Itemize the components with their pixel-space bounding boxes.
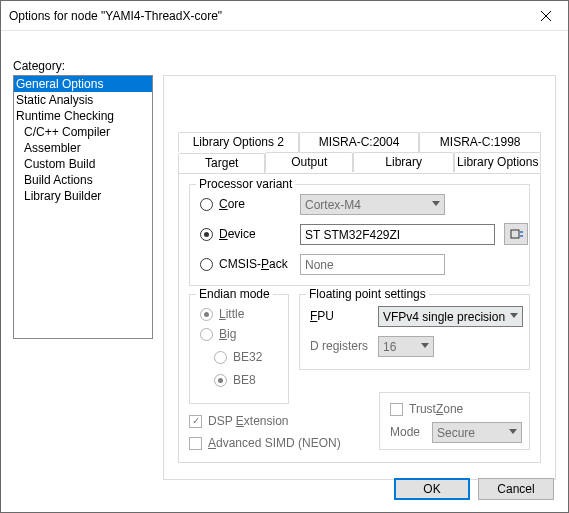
checkbox-trustzone: ✓ xyxy=(390,403,403,416)
row-simd: ✓ Advanced SIMD (NEON) xyxy=(189,436,341,450)
combo-mode-value: Secure xyxy=(437,426,475,440)
titlebar: Options for node "YAMI4-ThreadX-core" xyxy=(1,1,568,31)
category-item[interactable]: Runtime Checking xyxy=(14,108,152,124)
combo-mode: Secure xyxy=(432,422,522,443)
group-floating-point: Floating point settings FPU VFPv4 single… xyxy=(299,294,530,370)
radio-be8 xyxy=(214,374,227,387)
group-processor-variant: Processor variant Core Cortex-M4 Device xyxy=(189,184,530,286)
window-title: Options for node "YAMI4-ThreadX-core" xyxy=(9,9,222,23)
category-label: Category: xyxy=(13,59,65,73)
options-panel: Library Options 2 MISRA-C:2004 MISRA-C:1… xyxy=(163,75,556,480)
radio-little xyxy=(200,308,213,321)
tab-control: Library Options 2 MISRA-C:2004 MISRA-C:1… xyxy=(178,132,541,463)
tab-misrac-1998[interactable]: MISRA-C:1998 xyxy=(419,132,541,152)
label-be8: BE8 xyxy=(233,373,256,387)
combo-core: Cortex-M4 xyxy=(300,194,445,215)
chevron-down-icon xyxy=(421,343,429,348)
label-mode: Mode xyxy=(390,425,420,439)
legend-float: Floating point settings xyxy=(306,287,429,301)
label-dsp: DSP Extension xyxy=(208,414,289,428)
combo-core-value: Cortex-M4 xyxy=(305,198,361,212)
chevron-down-icon xyxy=(432,201,440,206)
combo-dreg-value: 16 xyxy=(383,340,396,354)
radio-be32 xyxy=(214,351,227,364)
label-simd: Advanced SIMD (NEON) xyxy=(208,436,341,450)
checkbox-simd: ✓ xyxy=(189,437,202,450)
radio-big xyxy=(200,328,213,341)
category-item[interactable]: Static Analysis xyxy=(14,92,152,108)
chevron-down-icon xyxy=(509,429,517,434)
tab-misrac-2004[interactable]: MISRA-C:2004 xyxy=(299,132,420,152)
radio-core[interactable] xyxy=(200,198,213,211)
row-dsp: ✓ DSP Extension xyxy=(189,414,289,428)
ok-button[interactable]: OK xyxy=(394,478,470,500)
row-device: Device xyxy=(200,227,256,241)
category-item[interactable]: Library Builder xyxy=(14,188,152,204)
row-endian-little: Little xyxy=(200,307,244,321)
cancel-button[interactable]: Cancel xyxy=(478,478,554,500)
tab-library-options-1[interactable]: Library Options 1 xyxy=(454,152,541,172)
label-be32: BE32 xyxy=(233,350,262,364)
label-dreg: D registers xyxy=(310,339,368,353)
dialog-buttons: OK Cancel xyxy=(394,478,554,500)
close-icon xyxy=(541,11,551,21)
textbox-cmsis-value: None xyxy=(305,258,334,272)
row-endian-big: Big xyxy=(200,327,236,341)
category-item[interactable]: Custom Build xyxy=(14,156,152,172)
tab-library-options-2[interactable]: Library Options 2 xyxy=(178,132,299,152)
label-trustzone: TrustZone xyxy=(409,402,463,416)
row-core: Core xyxy=(200,197,245,211)
category-item[interactable]: Build Actions xyxy=(14,172,152,188)
textbox-cmsis: None xyxy=(300,254,445,275)
label-fpu: FPU xyxy=(310,309,334,323)
legend-processor-variant: Processor variant xyxy=(196,177,295,191)
chevron-down-icon xyxy=(510,313,518,318)
tab-row-lower: Target Output Library Configuration Libr… xyxy=(178,152,541,173)
row-fpu: FPU xyxy=(310,309,334,323)
label-core: Core xyxy=(219,197,245,211)
row-be8: BE8 xyxy=(214,373,256,387)
content-area: Category: General OptionsStatic Analysis… xyxy=(13,71,556,462)
row-mode: Mode xyxy=(390,425,420,439)
textbox-device-value: ST STM32F429ZI xyxy=(305,228,400,242)
close-button[interactable] xyxy=(523,1,568,30)
row-be32: BE32 xyxy=(214,350,262,364)
label-little: Little xyxy=(219,307,244,321)
checkbox-dsp: ✓ xyxy=(189,415,202,428)
radio-cmsis-pack[interactable] xyxy=(200,258,213,271)
tab-target[interactable]: Target xyxy=(178,153,265,174)
group-trustzone: ✓ TrustZone Mode Secure xyxy=(379,392,530,450)
tab-output[interactable]: Output xyxy=(265,152,352,172)
radio-device[interactable] xyxy=(200,228,213,241)
legend-endian: Endian mode xyxy=(196,287,273,301)
row-dreg: D registers xyxy=(310,339,368,353)
category-list[interactable]: General OptionsStatic AnalysisRuntime Ch… xyxy=(13,75,153,339)
chip-browse-icon xyxy=(509,228,523,240)
label-big: Big xyxy=(219,327,236,341)
label-cmsis-pack: CMSIS-Pack xyxy=(219,257,288,271)
tab-row-upper: Library Options 2 MISRA-C:2004 MISRA-C:1… xyxy=(178,132,541,152)
combo-fpu-value: VFPv4 single precision xyxy=(383,310,505,324)
category-item[interactable]: C/C++ Compiler xyxy=(14,124,152,140)
device-browse-button[interactable] xyxy=(504,223,528,245)
label-device: Device xyxy=(219,227,256,241)
combo-dreg: 16 xyxy=(378,336,434,357)
row-trustzone: ✓ TrustZone xyxy=(390,402,463,416)
category-item[interactable]: Assembler xyxy=(14,140,152,156)
group-endian-mode: Endian mode Little Big BE32 xyxy=(189,294,289,404)
tab-page-target: Processor variant Core Cortex-M4 Device xyxy=(178,173,541,463)
textbox-device[interactable]: ST STM32F429ZI xyxy=(300,224,495,245)
category-item[interactable]: General Options xyxy=(14,76,152,92)
tab-library-configuration[interactable]: Library Configuration xyxy=(353,152,455,172)
combo-fpu[interactable]: VFPv4 single precision xyxy=(378,306,523,327)
row-cmsis: CMSIS-Pack xyxy=(200,257,288,271)
svg-rect-2 xyxy=(511,230,519,238)
